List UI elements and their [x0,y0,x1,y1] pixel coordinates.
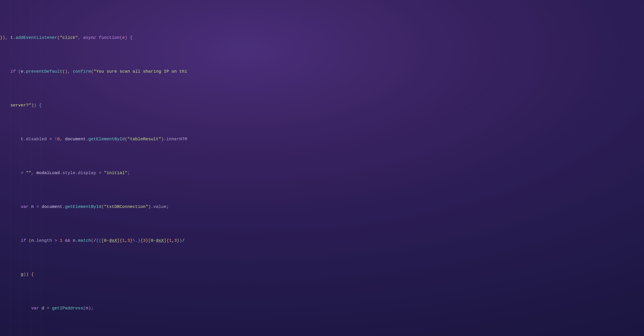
paren-open: ( [120,35,122,40]
prop-display: display [78,170,96,175]
regex-escape-dot: \. [132,238,138,243]
string-click: "click" [60,35,78,40]
parens: () [62,69,68,74]
prop-style: style [62,170,75,175]
code-line: }), t.addEventListener("click", async fu… [0,34,644,41]
regex-quant-open: { [120,238,122,243]
identifier-n: n [31,204,34,209]
op-assign: = [36,204,39,209]
op-and: && [65,238,70,243]
regex-quant-open: { [140,238,143,243]
string: server?" [10,103,31,108]
paren-open: ( [57,35,60,40]
identifier-n: n [31,238,34,243]
paren-open: ( [125,137,128,142]
paren-close: ) [125,35,128,40]
brace-open: { [39,103,42,108]
regex-quant-close: } [130,238,132,243]
regex-num: 1 [122,238,125,243]
regex-class-open: [ [148,238,151,243]
prop-length: length [36,238,52,243]
regex-chars: 9xX [156,238,164,243]
paren-open: ( [28,238,31,243]
prop-value: value [154,204,166,209]
comma: , [60,137,65,142]
identifier-d: d [42,306,44,311]
regex-num: 3 [143,238,146,243]
regex-class-open: [ [101,238,104,243]
paren-close: ) [26,272,28,277]
fn-getIPaddress: getIPaddress [52,306,83,311]
dot: . [24,137,26,142]
dot: . [62,204,65,209]
method-match: match [78,238,91,243]
dot: . [24,69,26,74]
code-editor[interactable]: }), t.addEventListener("click", async fu… [0,0,644,336]
keyword-if: if [21,238,26,243]
keyword-var: var [31,306,39,311]
regex-num: 3 [174,238,177,243]
identifier-n: n [73,238,75,243]
prop-innerHTML: innerHTM [166,137,187,142]
regex-quant-open: { [166,238,169,243]
semicolon: ; [128,170,130,175]
number-1: 1 [60,238,62,243]
comma: , [78,35,83,40]
keyword-if: if [10,69,16,74]
brace-close: } [0,35,2,40]
method-getElementById: getElementById [88,137,125,142]
comma: , [68,69,73,74]
identifier-document: document [65,137,86,142]
method-preventDefault: preventDefault [26,69,62,74]
paren-close: ) [2,35,5,40]
code-line: server?")) { [0,102,644,109]
string: "txtDBConnection" [104,204,148,209]
identifier-t: t [21,137,23,142]
code-line: g)) { [0,271,644,278]
regex-range: 0- [104,238,109,243]
paren-close: ) [88,306,91,311]
regex-num: 3 [128,238,130,243]
semicolon: ; [166,204,169,209]
keyword-function: function [99,35,120,40]
dot: . [75,170,78,175]
string-empty: "" [26,170,31,175]
code-line: var d = getIPaddress(n); [0,305,644,312]
regex-comma: , [172,238,174,243]
regex-num: 1 [169,238,172,243]
method-getElementById: getElementById [65,204,102,209]
code-line: = "", modalLoad.style.display = "initial… [0,169,644,176]
paren-close: ) [161,137,164,142]
paren-open: ( [91,69,94,74]
number-0: 0 [57,137,60,142]
comma: , [31,170,36,175]
regex-class-close: ] [164,238,166,243]
method-addEventListener: addEventListener [16,35,57,40]
regex-group-open: (( [96,238,101,243]
op-not: ! [54,137,57,142]
paren-open: ( [91,238,94,243]
dot: . [151,204,154,209]
op-assign: = [49,137,52,142]
paren-open: ( [18,69,21,74]
identifier-e: e [21,69,23,74]
code-line: var n = document.getElementById("txtDBCo… [0,203,644,210]
prop-disabled: disabled [26,137,47,142]
keyword-async: async [83,35,96,40]
brace-open: { [130,35,132,40]
code-line: if (n.length > 1 && n.match(/(([0-9xX]{1… [0,237,644,244]
regex-chars: 9xX [109,238,117,243]
paren-close: ) [34,103,36,108]
string: "You sure scan all sharing IP on thi [94,69,187,74]
paren-open: ( [83,306,86,311]
identifier-document: document [42,204,62,209]
regex-delim: / [182,238,184,243]
dot: . [13,35,16,40]
string: "tableResult" [128,137,161,142]
regex-quant-close: } [177,238,180,243]
op-assign: = [47,306,49,311]
semicolon: ; [91,306,94,311]
regex-quant-close: } [146,238,148,243]
dot: . [75,238,78,243]
paren-close: ) [148,204,151,209]
